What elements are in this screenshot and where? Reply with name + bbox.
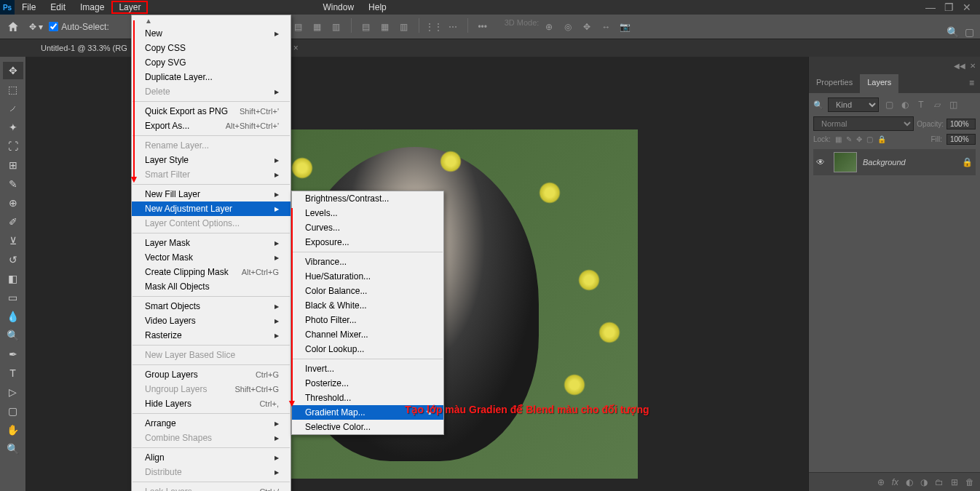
frame-tool[interactable]: ⊞ [3,156,23,174]
align-left-icon[interactable]: ▤ [290,18,307,36]
align-right-icon[interactable]: ▥ [328,18,345,36]
layer-thumbnail[interactable] [834,152,857,172]
close-icon[interactable]: ✕ [963,1,971,13]
filter-pixel-icon[interactable]: ▢ [883,99,895,111]
more-icon[interactable]: ••• [474,18,491,36]
opacity-input[interactable] [947,119,976,129]
filter-smart-icon[interactable]: ◫ [947,99,959,111]
layer-menu-item-20[interactable]: Mask All Objects [132,279,291,294]
lock-pixels-icon[interactable]: ▦ [835,135,842,143]
type-tool[interactable]: T [3,364,23,382]
lock-artboard-icon[interactable]: ▢ [866,135,873,143]
layer-menu-item-0[interactable]: New [132,26,291,41]
blur-tool[interactable]: 💧 [3,308,23,325]
new-layer-icon[interactable]: ⊞ [951,477,958,487]
lock-paint-icon[interactable]: ✎ [846,135,852,143]
pen-tool[interactable]: ✒ [3,346,23,363]
distribute-v-icon[interactable]: ⋯ [444,18,462,36]
3d-orbit-icon[interactable]: ⊕ [540,18,558,36]
hand-tool[interactable]: ✋ [3,421,23,439]
maximize-icon[interactable]: ❐ [944,1,954,13]
layer-menu-item-7[interactable]: Export As...Alt+Shift+Ctrl+' [132,119,291,133]
minimize-icon[interactable]: — [925,1,936,13]
adjustment-icon[interactable]: ◑ [920,477,928,487]
adjustment-item-8[interactable]: Black & White... [292,298,443,313]
adjustment-item-13[interactable]: Invert... [292,362,443,376]
eraser-tool[interactable]: ◧ [3,270,23,287]
link-layers-icon[interactable]: ⊕ [877,477,885,487]
tab-close-icon[interactable]: × [293,43,299,53]
align-center-h-icon[interactable]: ▦ [309,18,326,36]
layer-menu-item-30[interactable]: Hide LayersCtrl+, [132,396,291,411]
menu-edit[interactable]: Edit [43,1,73,14]
adjustment-item-2[interactable]: Curves... [292,220,443,235]
crop-tool[interactable]: ⛶ [3,137,23,155]
align-bottom-icon[interactable]: ▥ [395,18,413,36]
lock-position-icon[interactable]: ✥ [856,135,862,143]
adjustment-item-0[interactable]: Brightness/Contrast... [292,191,443,206]
adjustment-item-1[interactable]: Levels... [292,206,443,220]
layer-menu-item-24[interactable]: Rasterize [132,328,291,343]
menu-image[interactable]: Image [73,1,111,14]
layer-menu-item-17[interactable]: Layer Mask [132,236,291,250]
marquee-tool[interactable]: ⬚ [3,81,23,98]
align-center-v-icon[interactable]: ▦ [376,18,394,36]
lock-all-icon[interactable]: 🔒 [877,135,886,143]
move-tool[interactable]: ✥ [3,62,23,79]
layer-row-background[interactable]: 👁 Background 🔒 [813,149,976,175]
search-icon[interactable]: 🔍 [947,26,959,38]
adjustment-item-10[interactable]: Channel Mixer... [292,327,443,342]
adjustment-item-6[interactable]: Hue/Saturation... [292,269,443,284]
adjustment-item-14[interactable]: Posterize... [292,376,443,391]
path-tool[interactable]: ▷ [3,383,23,401]
filter-shape-icon[interactable]: ▱ [931,99,943,111]
lasso-tool[interactable]: ⟋ [3,100,23,117]
layer-menu-item-1[interactable]: Copy CSS [132,41,291,55]
distribute-h-icon[interactable]: ⋮⋮ [425,18,443,36]
layer-menu-item-14[interactable]: New Adjustment Layer [132,201,291,216]
panel-close-icon[interactable]: ✕ [970,62,976,70]
workspace-icon[interactable]: ▢ [965,26,974,38]
eyedropper-tool[interactable]: ✎ [3,175,23,193]
document-tab[interactable]: Untitled-1 @ 33.3% (RG [35,41,133,55]
visibility-icon[interactable]: 👁 [816,157,828,167]
filter-adjust-icon[interactable]: ◐ [899,99,911,111]
dodge-tool[interactable]: 🔍 [3,327,23,344]
filter-type-icon[interactable]: T [915,99,927,111]
auto-select-checkbox[interactable]: Auto-Select: [49,22,108,32]
healing-tool[interactable]: ⊕ [3,194,23,212]
brush-tool[interactable]: ✐ [3,213,23,231]
panel-menu-icon[interactable]: ≡ [963,74,980,93]
layer-menu-item-23[interactable]: Video Layers [132,314,291,328]
adjustment-item-9[interactable]: Photo Filter... [292,313,443,327]
align-top-icon[interactable]: ▤ [357,18,375,36]
group-icon[interactable]: 🗀 [935,477,944,487]
menu-scroll-up[interactable]: ▲ [132,15,291,26]
mask-icon[interactable]: ◐ [906,477,913,487]
layer-menu-item-28[interactable]: Group LayersCtrl+G [132,367,291,382]
layer-menu-item-18[interactable]: Vector Mask [132,250,291,265]
blend-mode-select[interactable]: Normal [813,116,914,131]
adjustment-item-15[interactable]: Threshold... [292,391,443,405]
shape-tool[interactable]: ▢ [3,402,23,420]
tab-layers[interactable]: Layers [860,74,898,93]
stamp-tool[interactable]: ⊻ [3,232,23,250]
quick-select-tool[interactable]: ✦ [3,119,23,136]
layer-filter-kind[interactable]: Kind [828,97,879,112]
layer-lock-icon[interactable]: 🔒 [962,157,973,167]
menu-help[interactable]: Help [361,1,394,14]
zoom-tool[interactable]: 🔍 [3,440,23,458]
3d-roll-icon[interactable]: ◎ [559,18,577,36]
panel-collapse-icon[interactable]: ◀◀ [954,62,965,70]
fill-input[interactable] [947,134,976,145]
menu-file[interactable]: File [15,1,43,14]
layer-menu-item-35[interactable]: Align [132,450,291,465]
trash-icon[interactable]: 🗑 [965,477,974,487]
3d-camera-icon[interactable]: 📷 [616,18,633,36]
layer-menu-item-13[interactable]: New Fill Layer [132,187,291,201]
layer-menu-item-10[interactable]: Layer Style [132,153,291,167]
adjustment-item-17[interactable]: Selective Color... [292,420,443,434]
gradient-tool[interactable]: ▭ [3,289,23,306]
fx-icon[interactable]: fx [892,477,898,487]
history-brush-tool[interactable]: ↺ [3,251,23,268]
